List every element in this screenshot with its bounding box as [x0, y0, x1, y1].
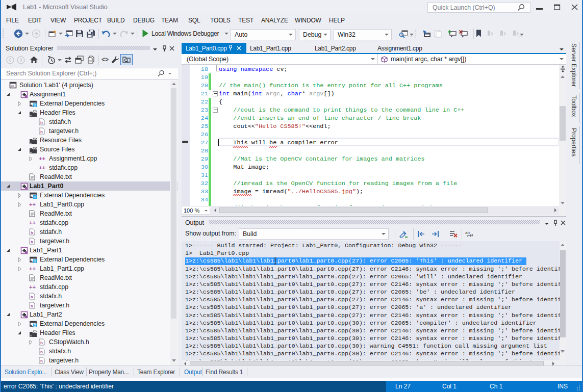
svg-text:h: h — [40, 341, 43, 345]
svg-text:++: ++ — [39, 156, 45, 161]
svg-text:h: h — [40, 120, 43, 125]
svg-text:++: ++ — [29, 266, 36, 271]
svg-text:h: h — [40, 350, 43, 354]
svg-text:h: h — [40, 359, 43, 363]
svg-text:ab: ab — [465, 230, 470, 235]
svg-text:++: ++ — [29, 202, 36, 207]
svg-text:++: ++ — [29, 284, 36, 290]
svg-text:h: h — [31, 240, 33, 244]
svg-text:h: h — [31, 230, 33, 235]
svg-text:h: h — [31, 295, 33, 299]
svg-text:++: ++ — [29, 220, 36, 225]
svg-text:h: h — [31, 304, 33, 308]
svg-text:h: h — [40, 129, 43, 134]
svg-text:++: ++ — [39, 165, 45, 170]
